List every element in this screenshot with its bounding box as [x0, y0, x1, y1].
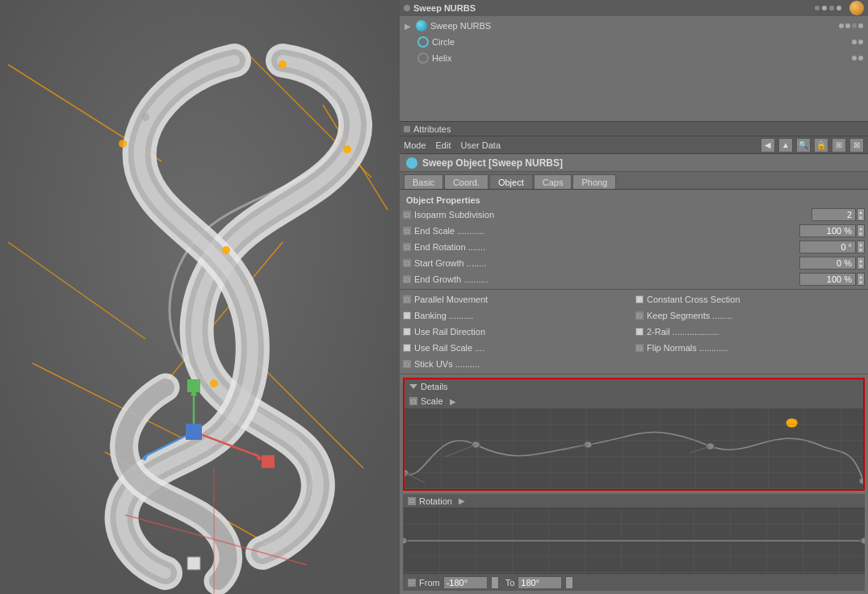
segments-checkbox[interactable]: □: [635, 312, 644, 320]
endscale-spinner[interactable]: ▲ ▼: [857, 224, 865, 237]
circle-icon: [417, 36, 429, 48]
rail-label: Use Rail Direction: [414, 327, 632, 337]
helix-viewport-svg: [0, 0, 400, 594]
endgrowth-input[interactable]: [799, 273, 856, 286]
ccs-checkbox[interactable]: ✓: [635, 295, 644, 303]
helix-label: Helix: [432, 53, 849, 63]
flip-checkbox[interactable]: □: [635, 344, 644, 352]
scene-item-sweep-nurbs[interactable]: ▶ Sweep NURBS: [401, 18, 866, 34]
attr-toolbar-right: ◀ ▲ 🔍 🔒 ⊞ ⊠: [761, 138, 864, 153]
rail-checkbox[interactable]: ✓: [403, 328, 411, 336]
prop-banking-segments: ✓ Banking .......... □ Keep Segments ...…: [400, 307, 868, 324]
nav-up-btn[interactable]: ▲: [778, 138, 793, 153]
banking-checkbox[interactable]: ✓: [403, 312, 411, 320]
isoparm-label: Isoparm Subdivision: [414, 210, 808, 220]
prop-parallel-left: □ Parallel Movement: [403, 295, 632, 304]
endrot-input[interactable]: [799, 241, 856, 253]
endrot-spinner[interactable]: ▲ ▼: [857, 241, 865, 253]
divider-2: [400, 374, 868, 374]
viewport[interactable]: ⊕ ↓ ↓: [0, 0, 400, 594]
isoparm-spinner[interactable]: ▲ ▼: [857, 208, 865, 221]
menu-mode[interactable]: Mode: [404, 140, 426, 150]
from-spinner[interactable]: [491, 576, 499, 589]
from-checkbox[interactable]: □: [408, 579, 416, 587]
details-header[interactable]: Details: [405, 379, 863, 394]
scale-checkbox[interactable]: □: [409, 397, 417, 405]
endgrowth-checkbox[interactable]: □: [403, 275, 411, 283]
startgrowth-input[interactable]: [799, 257, 856, 270]
isoparm-input[interactable]: [811, 208, 856, 221]
menu-user-data[interactable]: User Data: [461, 140, 501, 150]
parallel-checkbox[interactable]: □: [403, 295, 411, 303]
object-name: Sweep Object [Sweep NURBS]: [422, 157, 563, 169]
2rail-checkbox[interactable]: ✓: [635, 328, 644, 336]
search-btn[interactable]: 🔍: [796, 138, 811, 153]
prop-railscale-left: ✓ Use Rail Scale ....: [403, 343, 632, 353]
section-title: Object Properties: [400, 193, 868, 207]
endrot-checkbox[interactable]: □: [403, 243, 411, 251]
isoparm-checkbox[interactable]: □: [403, 211, 411, 219]
tab-basic[interactable]: Basic: [404, 174, 443, 189]
tab-caps[interactable]: Caps: [534, 174, 572, 189]
endrot-label: End Rotation .......: [414, 242, 796, 252]
svg-rect-23: [186, 424, 202, 440]
endscale-input[interactable]: [799, 224, 856, 237]
tab-object[interactable]: Object: [489, 174, 533, 189]
menu-edit[interactable]: Edit: [436, 140, 451, 150]
prop-parallel-ccs: □ Parallel Movement ✓ Constant Cross Sec…: [400, 291, 868, 307]
to-input[interactable]: [518, 576, 562, 589]
scene-dot-3: [829, 6, 834, 10]
svg-point-14: [141, 113, 149, 121]
rotation-checkbox[interactable]: □: [408, 497, 416, 505]
scene-header-icon: [404, 5, 410, 11]
from-to-bar: □ From To: [403, 573, 865, 591]
svg-point-13: [119, 140, 127, 148]
attr-object-title-bar: Sweep Object [Sweep NURBS]: [400, 154, 868, 172]
attributes-header: Attributes: [400, 122, 868, 136]
prop-ccs-right: ✓ Constant Cross Section: [635, 295, 865, 304]
curve-area[interactable]: [405, 408, 863, 489]
startgrowth-checkbox[interactable]: □: [403, 259, 411, 267]
prop-flip-right: □ Flip Normals ............: [635, 343, 865, 353]
right-panel: Sweep NURBS ▶ Sweep NURBS: [400, 0, 868, 594]
startgrowth-value: ▲ ▼: [799, 257, 865, 270]
sweep-nurbs-icon: [416, 20, 427, 31]
scene-manager-title: Sweep NURBS: [413, 3, 476, 13]
sweep-nurbs-label: Sweep NURBS: [430, 21, 836, 31]
prop-banking-left: ✓ Banking ..........: [403, 311, 632, 320]
scene-item-circle[interactable]: Circle: [401, 34, 866, 50]
lock-btn[interactable]: 🔒: [814, 138, 828, 153]
to-label: To: [505, 578, 515, 588]
prop-isoparm: □ Isoparm Subdivision ▲ ▼: [400, 207, 868, 223]
nav-back-btn[interactable]: ◀: [761, 138, 775, 153]
prop-segments-right: □ Keep Segments ........: [635, 311, 865, 320]
rotation-curve-area[interactable]: [403, 508, 865, 573]
details-triangle-icon: [409, 384, 417, 389]
material-sphere-icon: [849, 1, 864, 15]
tab-phong[interactable]: Phong: [572, 174, 616, 189]
circle-dots: [852, 40, 863, 44]
stickuvs-label: Stick UVs ..........: [414, 359, 632, 369]
scene-item-helix[interactable]: Helix: [401, 50, 866, 66]
more-btn[interactable]: ⊞: [832, 138, 846, 153]
from-input[interactable]: [443, 576, 488, 589]
rotation-section: □ Rotation ▶ □ From: [403, 494, 865, 591]
scene-dot-4: [837, 6, 841, 10]
endgrowth-label: End Growth ..........: [414, 274, 796, 284]
endrot-value: ▲ ▼: [799, 241, 865, 253]
scene-manager-header: Sweep NURBS: [400, 0, 868, 16]
rotation-header[interactable]: □ Rotation ▶: [403, 494, 865, 508]
stickuvs-checkbox[interactable]: □: [403, 360, 411, 368]
tab-coord[interactable]: Coord.: [444, 174, 489, 189]
to-spinner[interactable]: [565, 576, 573, 589]
prop-end-rotation: □ End Rotation ....... ▲ ▼: [400, 239, 868, 255]
startgrowth-spinner[interactable]: ▲ ▼: [857, 257, 865, 270]
expand-btn[interactable]: ⊠: [849, 138, 864, 153]
properties-area: Object Properties □ Isoparm Subdivision …: [400, 190, 868, 594]
endscale-value: ▲ ▼: [799, 224, 865, 237]
railscale-checkbox[interactable]: ✓: [403, 344, 411, 352]
endgrowth-value: ▲ ▼: [799, 273, 865, 286]
curve-grid: [405, 408, 863, 489]
endscale-checkbox[interactable]: □: [403, 227, 411, 235]
endgrowth-spinner[interactable]: ▲ ▼: [857, 273, 865, 286]
